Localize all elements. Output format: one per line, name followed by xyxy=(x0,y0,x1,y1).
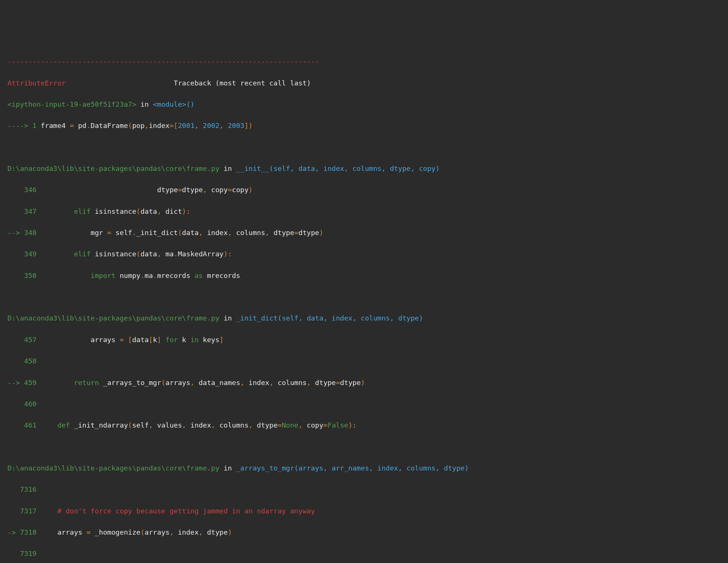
traceback-label: Traceback (most recent call last) xyxy=(174,79,311,87)
frame1-346: 346 dtype=dtype, copy=copy) xyxy=(7,185,721,196)
frame2-header: D:\anaconda3\lib\site-packages\pandas\co… xyxy=(7,313,721,324)
frame3-7319: 7319 xyxy=(7,548,721,559)
top-frame-line: ----> 1 frame4 = pd.DataFrame(pop,index=… xyxy=(7,121,721,131)
top-frame-file: <ipython-input-19-ae50f51f23a7> in <modu… xyxy=(7,99,721,110)
frame2-459: --> 459 return _arrays_to_mgr(arrays, da… xyxy=(7,378,721,388)
error-name: AttributeError xyxy=(7,79,66,87)
frame1-header: D:\anaconda3\lib\site-packages\pandas\co… xyxy=(7,163,721,174)
frame2-457: 457 arrays = [data[k] for k in keys] xyxy=(7,335,721,345)
frame3-7316: 7316 xyxy=(7,484,721,495)
frame3-7317: 7317 # don't force copy because getting … xyxy=(7,506,721,517)
separator: ----------------------------------------… xyxy=(7,57,319,65)
frame3-7318: -> 7318 arrays = _homogenize(arrays, ind… xyxy=(7,527,721,538)
traceback-output: ----------------------------------------… xyxy=(7,46,721,563)
frame2-458: 458 xyxy=(7,356,721,367)
frame1-348: --> 348 mgr = self._init_dict(data, inde… xyxy=(7,228,721,238)
frame2-461: 461 def _init_ndarray(self, values, inde… xyxy=(7,420,721,431)
frame1-350: 350 import numpy.ma.mrecords as mrecords xyxy=(7,270,721,281)
frame1-349: 349 elif isinstance(data, ma.MaskedArray… xyxy=(7,249,721,260)
frame1-347: 347 elif isinstance(data, dict): xyxy=(7,206,721,217)
frame2-460: 460 xyxy=(7,399,721,410)
frame3-header: D:\anaconda3\lib\site-packages\pandas\co… xyxy=(7,463,721,474)
